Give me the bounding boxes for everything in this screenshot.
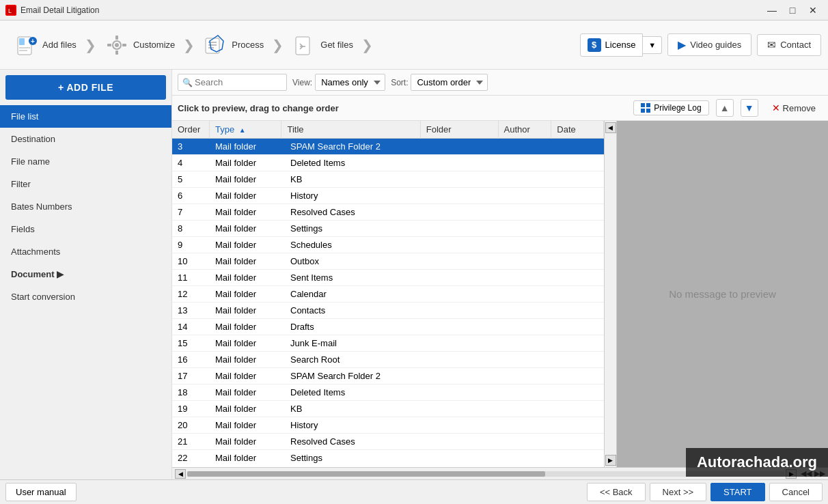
remove-button[interactable]: ✕ Remove: [765, 100, 823, 115]
scroll-left-button[interactable]: ◀: [605, 122, 616, 133]
svg-text:L: L: [8, 8, 12, 14]
add-file-button[interactable]: + ADD FILE: [5, 75, 166, 100]
sidebar-item-file-name[interactable]: File name: [0, 150, 171, 173]
table-row[interactable]: 22Mail folderSettings: [172, 450, 604, 466]
maximize-button[interactable]: □: [783, 3, 802, 18]
table-row[interactable]: 3Mail folderSPAM Search Folder 2: [172, 139, 604, 155]
move-up-button[interactable]: ▲: [716, 99, 734, 117]
table-row[interactable]: 12Mail folderCalendar: [172, 286, 604, 303]
license-main-button[interactable]: $ License: [580, 33, 644, 57]
scrollbar-thumb: [187, 471, 545, 477]
svg-rect-10: [115, 36, 118, 40]
view-select-wrap: View: Names only All details: [292, 74, 385, 91]
table-row[interactable]: 17Mail folderSPAM Search Folder 2: [172, 368, 604, 384]
license-dropdown-button[interactable]: ▼: [643, 36, 662, 54]
svg-text:+: +: [31, 38, 35, 45]
table-row[interactable]: 18Mail folderDeleted Items: [172, 384, 604, 401]
sidebar-item-start-conversion[interactable]: Start conversion: [0, 285, 171, 308]
svg-rect-13: [122, 44, 126, 46]
table-row[interactable]: 10Mail folderOutbox: [172, 253, 604, 270]
close-button[interactable]: ✕: [803, 3, 823, 18]
app-icon: L: [5, 5, 16, 16]
privilege-log-button[interactable]: Privilege Log: [633, 100, 708, 115]
video-guides-icon: ▶: [678, 38, 686, 51]
scroll-right-button[interactable]: ▶: [605, 455, 616, 466]
table-row[interactable]: 21Mail folderResolved Cases: [172, 434, 604, 450]
table-row[interactable]: 14Mail folderDrafts: [172, 319, 604, 335]
sidebar-item-attachments[interactable]: Attachments: [0, 240, 171, 263]
table-row[interactable]: 15Mail folderJunk E-mail: [172, 335, 604, 352]
next-button[interactable]: Next >>: [650, 483, 707, 501]
sidebar-item-destination[interactable]: Destination: [0, 128, 171, 150]
col-title[interactable]: Title: [281, 121, 420, 139]
table-row[interactable]: 8Mail folderSettings: [172, 221, 604, 237]
contact-label: Contact: [780, 40, 811, 50]
table-scroll-nav: ◀ ▶: [604, 121, 616, 467]
contact-button[interactable]: ✉ Contact: [757, 34, 821, 56]
table-row[interactable]: 5Mail folderKB: [172, 171, 604, 188]
sidebar-item-filter[interactable]: Filter: [0, 173, 171, 195]
file-table: 3Mail folderSPAM Search Folder 24Mail fo…: [172, 139, 604, 466]
table-row[interactable]: 13Mail folderContacts: [172, 303, 604, 319]
watermark: Autorachada.org: [686, 448, 828, 477]
drag-bar-text: Click to preview, drag to change order: [178, 103, 626, 113]
toolbar-step-customize[interactable]: Customize: [98, 29, 182, 61]
step-arrow-4: ❯: [361, 37, 373, 53]
svg-point-9: [115, 43, 119, 47]
user-manual-button[interactable]: User manual: [5, 483, 77, 501]
sort-select[interactable]: Custom order Alphabetical By date: [411, 74, 488, 91]
table-row[interactable]: 20Mail folderHistory: [172, 417, 604, 434]
svg-rect-11: [115, 51, 118, 55]
step-arrow-2: ❯: [183, 37, 195, 53]
file-table-header: Order Type ▲ Title Folder Author Date: [172, 121, 604, 139]
sidebar-item-fields[interactable]: Fields: [0, 218, 171, 240]
bottom-bar: User manual << Back Next >> START Cancel: [0, 479, 828, 504]
col-author[interactable]: Author: [498, 121, 551, 139]
sidebar-item-document[interactable]: Document ▶: [0, 263, 171, 285]
col-date[interactable]: Date: [551, 121, 604, 139]
table-scroll-area[interactable]: 3Mail folderSPAM Search Folder 24Mail fo…: [172, 139, 604, 466]
add-files-label: Add files: [42, 40, 77, 50]
file-table-wrap: Order Type ▲ Title Folder Author Date 3M: [172, 121, 604, 467]
privilege-log-icon: [641, 103, 650, 113]
col-order: Order: [172, 121, 210, 139]
toolbar-step-get-files[interactable]: Get files: [285, 29, 360, 61]
toolbar-step-process[interactable]: Process: [196, 29, 271, 61]
get-files-label: Get files: [320, 40, 353, 50]
move-down-button[interactable]: ▼: [741, 99, 758, 117]
table-row[interactable]: 11Mail folderSent Items: [172, 270, 604, 286]
view-label: View:: [292, 78, 312, 87]
remove-label: Remove: [783, 103, 816, 113]
video-guides-label: Video guides: [690, 40, 741, 50]
table-row[interactable]: 16Mail folderSearch Root: [172, 352, 604, 368]
toolbar-step-add-files[interactable]: + Add files: [7, 29, 83, 61]
back-button[interactable]: << Back: [587, 483, 646, 501]
table-row[interactable]: 6Mail folderHistory: [172, 188, 604, 204]
no-message-text: No message to preview: [669, 288, 776, 300]
license-label: License: [605, 40, 636, 50]
drag-bar: Click to preview, drag to change order P…: [172, 96, 828, 121]
minimize-button[interactable]: —: [762, 3, 782, 18]
table-row[interactable]: 4Mail folderDeleted Items: [172, 155, 604, 171]
table-row[interactable]: 19Mail folderKB: [172, 401, 604, 417]
title-bar-buttons: — □ ✕: [762, 3, 823, 18]
scroll-prev-button[interactable]: ◀: [175, 469, 186, 479]
search-input-wrap: 🔍: [178, 74, 287, 91]
sidebar-item-file-list[interactable]: File list: [0, 105, 171, 128]
col-folder[interactable]: Folder: [420, 121, 498, 139]
search-input[interactable]: [178, 74, 287, 91]
video-guides-button[interactable]: ▶ Video guides: [667, 33, 751, 56]
view-select[interactable]: Names only All details: [315, 74, 385, 91]
start-button[interactable]: START: [710, 483, 764, 501]
sidebar: + ADD FILE File listDestinationFile name…: [0, 70, 172, 479]
license-dollar-icon: $: [588, 38, 601, 52]
cancel-button[interactable]: Cancel: [769, 483, 823, 501]
col-type[interactable]: Type ▲: [210, 121, 281, 139]
get-files-icon: [292, 33, 316, 57]
sidebar-item-bates-numbers[interactable]: Bates Numbers: [0, 195, 171, 218]
table-row[interactable]: 9Mail folderSchedules: [172, 237, 604, 253]
table-row[interactable]: 7Mail folderResolved Cases: [172, 204, 604, 221]
customize-icon: [105, 33, 129, 57]
toolbar-right: $ License ▼ ▶ Video guides ✉ Contact: [580, 33, 821, 57]
svg-rect-12: [107, 44, 111, 46]
